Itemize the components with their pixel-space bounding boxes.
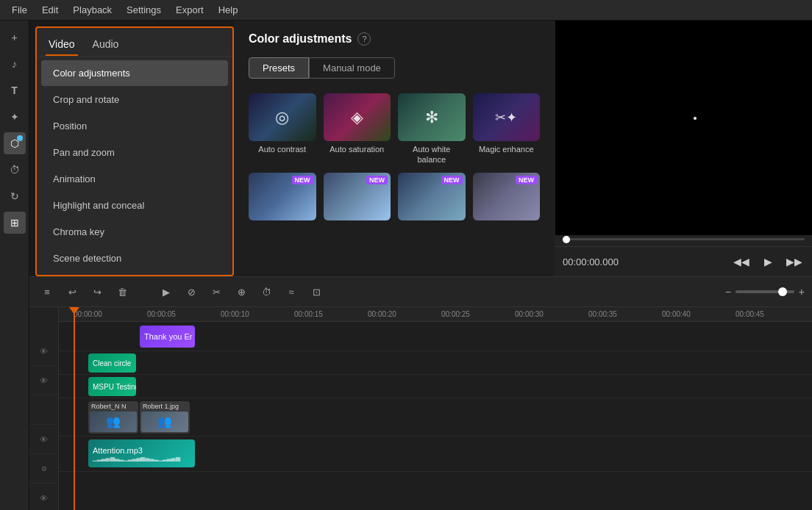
menu-settings[interactable]: Settings [121,3,167,17]
preset-new-1[interactable]: NEW [249,173,316,223]
preset-magic-enhance[interactable]: ✂✦ Magic enhance [473,93,541,165]
zoom-out-button[interactable]: − [725,286,731,298]
preset-new-2[interactable]: NEW [324,173,391,223]
panel-item-color-adjustments[interactable]: Color adjustments [41,60,228,86]
timeline-settings-button[interactable]: ≡ [37,281,57,302]
ruler-marker-15: 00:00:15 [294,310,323,318]
menu-edit[interactable]: Edit [36,3,64,17]
clip-attention-mp3[interactable]: Attention.mp3 ▁▂▃▄▅▃▂▁▂▃▄▅▄▃▂▁▂▃▄▅ [88,439,195,467]
menu-help[interactable]: Help [213,3,244,17]
zoom-in-button[interactable]: + [799,286,805,298]
undo-button[interactable]: ↩ [62,281,82,302]
clip-mspu-testing[interactable]: MSPU Testing [88,377,136,396]
track-eye-image[interactable]: 👁 [29,425,58,454]
track-row-video: Thank you Er [59,322,812,351]
preview-time-display: 00:00:00.000 [563,256,619,267]
presets-button[interactable]: Presets [249,57,309,79]
redo-button[interactable]: ↪ [87,281,107,302]
panel-item-crop-rotate[interactable]: Crop and rotate [41,87,228,112]
menu-bar: File Edit Playback Settings Export Help [0,0,812,21]
preview-dot [694,117,697,120]
track-label-3 [29,395,58,425]
menu-file[interactable]: File [6,3,33,17]
preset-label-saturation: Auto saturation [324,144,391,154]
rotate-button[interactable]: ↻ [4,185,26,207]
audio-settings-button[interactable]: ≈ [281,281,302,302]
preset-auto-white-balance[interactable]: ✻ Auto white balance [398,93,466,165]
saturation-icon: ◈ [351,108,363,127]
panel-tabs: Video Audio [37,28,232,57]
ruler-marker-10: 00:00:10 [221,310,249,318]
new-badge-2: NEW [366,176,388,184]
panel-item-position[interactable]: Position [41,113,228,139]
sticker-button[interactable]: ⬡ [4,132,26,154]
preview-area: 00:00:00.000 ◀◀ ▶ ▶▶ [555,21,812,276]
clip-robert-1jpg[interactable]: Robert 1.jpg 👥 [140,401,190,434]
track-row-audio: Attention.mp3 ▁▂▃▄▅▃▂▁▂▃▄▅▄▃▂▁▂▃▄▅ [59,437,812,472]
timeline-area: ≡ ↩ ↪ 🗑 ▶ ⊘ ✂ ⊕ ⏱ ≈ ⊡ − + [29,276,812,510]
zoom-thumb[interactable] [778,287,787,296]
adjustments-area: Color adjustments ? Presets Manual mode … [234,21,555,276]
preset-auto-saturation[interactable]: ◈ Auto saturation [324,93,391,165]
panel-item-pan-zoom[interactable]: Pan and zoom [41,140,228,165]
rewind-button[interactable]: ◀◀ [731,251,752,272]
delete-button[interactable]: 🗑 [112,281,132,302]
left-toolbar: + ♪ T ✦ ⬡ ⏱ ↻ ⊞ [0,21,29,510]
help-icon[interactable]: ? [357,32,371,46]
video-settings-button[interactable]: ⊡ [306,281,327,302]
time-button[interactable]: ⏱ [4,159,26,181]
cut-button[interactable]: ✂ [206,281,227,302]
new-badge-3: NEW [441,176,463,184]
preview-time-slider[interactable] [563,238,805,240]
top-section: Video Audio Color adjustments Crop and r… [29,21,812,276]
timeline-ruler: 00:00:00 00:00:05 00:00:10 00:00:15 00:0… [59,307,812,322]
clip-clean-circle[interactable]: Clean circle [88,353,136,373]
select-tool-button[interactable]: ▶ [156,281,177,302]
trim-tool-button[interactable]: ⊘ [181,281,202,302]
menu-export[interactable]: Export [170,3,210,17]
zoom-slider[interactable] [736,290,794,293]
track-eye-audio[interactable]: 👁 [29,484,58,510]
add-button[interactable]: + [4,26,26,49]
track-eye-text[interactable]: 👁 [29,366,58,395]
mode-buttons: Presets Manual mode [249,57,540,79]
preview-controls: 00:00:00.000 ◀◀ ▶ ▶▶ [555,246,812,276]
white-balance-icon: ✻ [425,108,438,127]
grid-button[interactable]: ⊞ [4,212,26,234]
speed-button[interactable]: ⏱ [256,281,277,302]
preset-new-3[interactable]: NEW [398,173,466,223]
track-eye-video[interactable]: 👁 [29,337,58,366]
clip-thank-you[interactable]: Thank you Er [140,326,195,348]
text-button[interactable]: T [4,79,26,101]
insert-button[interactable]: ⊕ [231,281,252,302]
contrast-icon: ◎ [275,108,289,127]
panel-item-chroma-key[interactable]: Chroma key [41,219,228,245]
panel-item-scene-detection[interactable]: Scene detection [41,245,228,271]
preview-time-thumb[interactable] [563,236,570,243]
play-button[interactable]: ▶ [758,251,778,272]
playhead[interactable] [74,307,75,510]
tab-audio[interactable]: Audio [90,34,122,56]
preset-thumb-saturation: ◈ [324,93,391,141]
clip-robert-nn[interactable]: Robert_N N 👥 [88,401,138,434]
tab-video[interactable]: Video [46,34,78,56]
fast-forward-button[interactable]: ▶▶ [784,251,805,272]
preset-label-contrast: Auto contrast [249,144,316,154]
preset-thumb-white: ✻ [398,93,466,141]
preset-auto-contrast[interactable]: ◎ Auto contrast [249,93,316,165]
ruler-marker-30: 00:00:30 [515,310,544,318]
preset-new-4[interactable]: NEW [473,173,541,223]
track-row-text1: Clean circle [59,351,812,375]
manual-mode-button[interactable]: Manual mode [309,57,395,79]
panel-item-animation[interactable]: Animation [41,166,228,192]
timeline-content: 00:00:00 00:00:05 00:00:10 00:00:15 00:0… [59,307,812,510]
effects-button[interactable]: ✦ [4,106,26,128]
main-layout: + ♪ T ✦ ⬡ ⏱ ↻ ⊞ Video Audio Color adjust… [0,21,812,510]
music-button[interactable]: ♪ [4,53,26,75]
preset-label-white-balance: Auto white balance [398,144,466,165]
adjustments-title: Color adjustments [249,32,352,46]
presets-grid: ◎ Auto contrast ◈ Auto saturation ✻ [249,93,540,223]
track-row-image: Robert_N N 👥 Robert 1.jpg 👥 [59,398,812,437]
panel-item-highlight-conceal[interactable]: Highlight and conceal [41,193,228,218]
menu-playback[interactable]: Playback [67,3,118,17]
